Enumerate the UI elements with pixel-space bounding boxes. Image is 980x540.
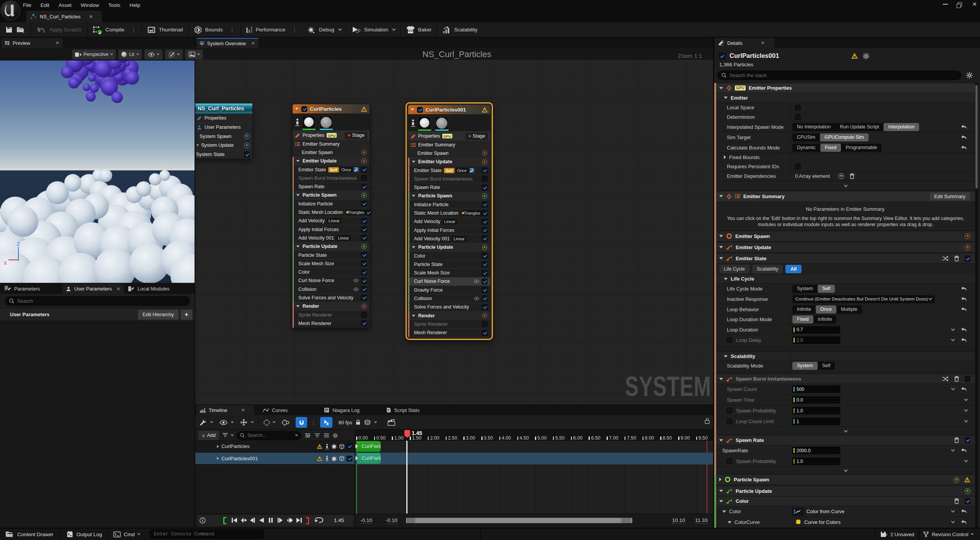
svg-text:Z: Z <box>17 241 20 247</box>
svg-text:X: X <box>4 261 7 266</box>
